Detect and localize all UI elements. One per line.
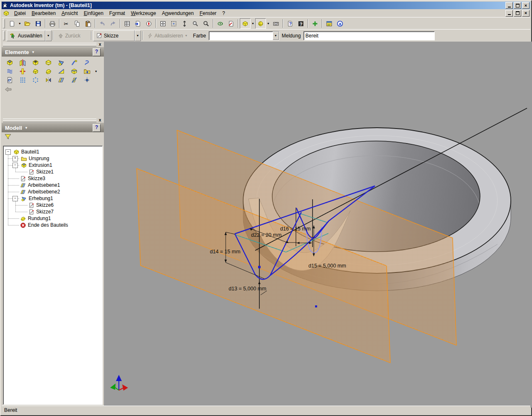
zoom-button[interactable]	[201, 18, 212, 29]
update-dropdown-arrow[interactable]: ▼	[185, 34, 187, 37]
tree-item-skizze1[interactable]: Skizze1	[28, 168, 54, 175]
redo-button[interactable]	[108, 18, 118, 29]
tree-expander[interactable]: −	[12, 196, 18, 201]
sweep-tool-button[interactable]	[68, 59, 81, 67]
hole-tool-button[interactable]	[29, 59, 42, 67]
work-plane-tool-button[interactable]	[55, 76, 68, 84]
menu-einfgen[interactable]: Einfügen	[81, 10, 106, 17]
document-icon[interactable]	[3, 10, 10, 17]
elemente-title-bar[interactable]: Elemente ▼ ?	[2, 47, 104, 57]
plus-button[interactable]	[310, 18, 320, 29]
tree-item-erhebung1[interactable]: −Erhebung1	[12, 195, 53, 202]
menu-bearbeiten[interactable]: Bearbeiten	[29, 10, 59, 17]
select-tool-button[interactable]: Auswählen	[7, 30, 45, 41]
toolbar-grip[interactable]	[3, 19, 5, 28]
elemente-more-dropdown[interactable]: ▼	[94, 70, 99, 73]
copy-button[interactable]	[72, 18, 83, 29]
tree-item-extrusion1[interactable]: −Extrusion1	[12, 162, 52, 168]
modell-close-icon[interactable]: x	[97, 118, 103, 123]
panel-back-arrow-icon[interactable]	[4, 85, 12, 94]
coil-tool-button[interactable]	[81, 59, 94, 67]
modell-title-bar[interactable]: Modell ▼ ?	[2, 123, 104, 132]
mirror-feature-tool-button[interactable]	[42, 76, 55, 84]
sketch-combo[interactable]: Skizze	[93, 30, 135, 41]
dropdown-arrow-icon[interactable]: ▼	[251, 19, 255, 28]
revolve-tool-button[interactable]	[16, 59, 29, 67]
sketch-point-1[interactable]	[258, 266, 261, 268]
restore-button[interactable]	[514, 2, 521, 9]
print-button[interactable]	[47, 18, 58, 29]
tree-item-skizze6[interactable]: Skizze6	[28, 202, 54, 208]
thread-tool-button[interactable]	[3, 67, 16, 76]
undo-button[interactable]	[97, 18, 108, 29]
shaded-button[interactable]	[240, 18, 251, 29]
wireframe-button[interactable]	[255, 18, 266, 29]
split-tool-button[interactable]	[68, 67, 81, 76]
toolbar-grip-2[interactable]	[3, 31, 5, 40]
web-button[interactable]	[324, 18, 335, 29]
dimension-label-d13[interactable]: d13 = 5,000 mm	[229, 286, 266, 292]
pan-button[interactable]	[179, 18, 190, 29]
tree-expander[interactable]: −	[12, 163, 18, 168]
menu-format[interactable]: Format	[106, 10, 128, 17]
camera-button[interactable]	[271, 18, 281, 29]
face-draft-tool-button[interactable]	[55, 67, 68, 76]
work-point-tool-button[interactable]	[81, 76, 94, 84]
sketch-combo-dropdown[interactable]: ▼	[135, 30, 141, 41]
rib-tool-button[interactable]	[16, 67, 29, 76]
tree-item-skizze7[interactable]: Skizze7	[28, 208, 54, 215]
extrude-tool-button[interactable]	[3, 59, 16, 67]
dropdown-arrow-icon[interactable]: ▼	[266, 19, 271, 28]
circular-pattern-tool-button[interactable]	[29, 76, 42, 84]
update-button[interactable]: Aktualisieren ▼	[144, 30, 191, 41]
menu-anwendungen[interactable]: Anwendungen	[159, 10, 197, 17]
tree-item-rundung1[interactable]: Rundung1	[20, 215, 51, 222]
elemente-grab-bar[interactable]: x	[2, 42, 104, 47]
color-combo-dropdown[interactable]: ▼	[273, 32, 279, 40]
tree-item-skizze3[interactable]: Skizze3	[20, 175, 45, 182]
look-at-button[interactable]	[226, 18, 236, 29]
context-help-button[interactable]: ?	[296, 18, 306, 29]
tree-expander[interactable]: −	[5, 149, 11, 155]
elemente-close-icon[interactable]: x	[97, 42, 103, 47]
child-restore-button[interactable]	[514, 10, 521, 17]
tree-item-ende-des-bauteils[interactable]: Ende des Bauteils	[20, 222, 68, 228]
filter-funnel-icon[interactable]	[4, 134, 12, 140]
tree-item-bauteil1[interactable]: −Bauteil1	[5, 149, 39, 155]
elemente-help-button[interactable]: ?	[93, 48, 101, 56]
zoom-all-button[interactable]	[158, 18, 168, 29]
help-button[interactable]: ?	[285, 18, 296, 29]
tree-item-arbeitsebene2[interactable]: Arbeitsebene2	[20, 188, 60, 195]
save-button[interactable]	[33, 18, 44, 29]
close-button[interactable]: ×	[522, 2, 530, 9]
derived-component-tool-button[interactable]	[81, 67, 94, 76]
menu-fenster[interactable]: Fenster	[197, 10, 219, 17]
new-button[interactable]	[7, 18, 17, 29]
sketch-point-2[interactable]	[315, 305, 317, 307]
shell-tool-button[interactable]	[42, 59, 55, 67]
work-axis-tool-button[interactable]	[68, 76, 81, 84]
child-minimize-button[interactable]	[505, 10, 513, 17]
catalog-button[interactable]	[122, 18, 133, 29]
modell-help-button[interactable]: ?	[93, 124, 101, 132]
select-tool-dropdown[interactable]: ▼	[45, 30, 52, 41]
menu-werkzeuge[interactable]: Werkzeuge	[128, 10, 159, 17]
dimension-label-d16[interactable]: d16 = 15 mm	[280, 226, 310, 232]
inventor-help-button[interactable]: a	[335, 18, 345, 29]
dimension-label-d22[interactable]: d22 = 20 mm	[251, 232, 281, 238]
minimize-button[interactable]	[505, 2, 513, 9]
insert-button[interactable]	[133, 18, 143, 29]
menu-?[interactable]: ?	[219, 10, 228, 17]
loft-tool-button[interactable]	[55, 59, 68, 67]
dropdown-arrow-icon[interactable]: ▼	[17, 19, 22, 28]
back-button[interactable]: Zurück	[55, 30, 90, 41]
menu-ansicht[interactable]: Ansicht	[59, 10, 81, 17]
tree-expander[interactable]: +	[12, 156, 18, 161]
fillet-tool-button[interactable]	[42, 67, 55, 76]
tree-item-ursprung[interactable]: +Ursprung	[12, 155, 49, 162]
decal-tool-button[interactable]	[3, 76, 16, 84]
open-button[interactable]	[22, 18, 33, 29]
rectangular-pattern-tool-button[interactable]	[16, 76, 29, 84]
tree-item-arbeitsebene1[interactable]: Arbeitsebene1	[20, 182, 60, 188]
message-field[interactable]: Bereit	[303, 31, 435, 40]
